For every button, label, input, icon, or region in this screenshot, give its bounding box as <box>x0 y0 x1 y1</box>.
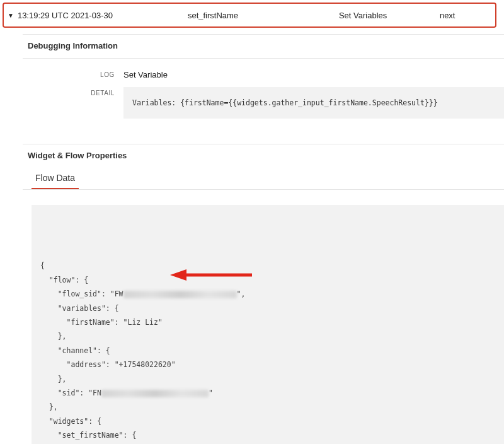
widget-flow-properties-header: Widget & Flow Properties <box>23 144 504 168</box>
step-type-cell: Set Variables <box>339 11 440 20</box>
detail-row: DETAIL Variables: {firstName={{widgets.g… <box>23 87 504 119</box>
log-label: LOG <box>23 69 123 78</box>
tab-bar: Flow Data <box>23 168 504 190</box>
flow-data-code[interactable]: { "flow": { "flow_sid": "FW", "variables… <box>32 205 504 444</box>
redacted-text <box>123 291 237 298</box>
transition-cell: next <box>440 11 491 20</box>
widget-name-cell: set_firstName <box>188 11 339 20</box>
log-row: LOG Set Variable <box>23 69 504 79</box>
expand-arrow-icon: ▼ <box>8 12 14 19</box>
detail-label: DETAIL <box>23 87 123 96</box>
detail-code[interactable]: Variables: {firstName={{widgets.gather_i… <box>123 87 504 119</box>
redacted-text <box>101 390 209 397</box>
log-entry-row[interactable]: ▼ 13:19:29 UTC 2021-03-30 set_firstName … <box>3 3 496 28</box>
debugging-info-header: Debugging Information <box>23 34 504 59</box>
timestamp-cell: 13:19:29 UTC 2021-03-30 <box>18 11 188 20</box>
log-value: Set Variable <box>123 69 504 79</box>
tab-flow-data[interactable]: Flow Data <box>32 168 79 189</box>
